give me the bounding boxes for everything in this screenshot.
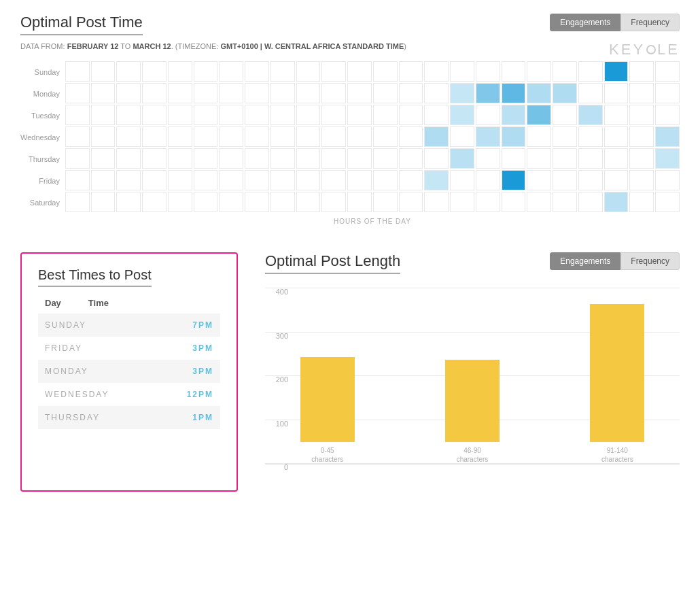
heatmap-cell: [245, 83, 269, 103]
heatmap-cell: [91, 148, 116, 169]
heatmap-cell: [321, 126, 346, 147]
heatmap-cell: [527, 61, 551, 82]
heatmap-cell: [142, 105, 167, 125]
heatmap-cell: [347, 61, 372, 82]
heatmap-cell: [65, 61, 90, 82]
best-times-list: SUNDAY7PMFRIDAY3PMMONDAY3PMWEDNESDAY12PM…: [38, 314, 220, 429]
heatmap-cell: [168, 105, 192, 125]
optimal-length-header: Optimal Post Length Engagements Frequenc…: [265, 252, 680, 274]
heatmap-cell: [527, 192, 551, 212]
heatmap-cell: [321, 61, 346, 82]
chart-area: 4003002001000 0-45characters46-90charact…: [265, 288, 680, 492]
heatmap-cell: [321, 192, 346, 212]
best-times-row: FRIDAY3PM: [38, 337, 220, 360]
bar-wrap: 0-45characters: [265, 357, 389, 464]
heatmap-cell: [553, 61, 577, 82]
heatmap-cell: [219, 105, 243, 125]
heatmap-cell: [604, 170, 629, 190]
heatmap-cell: [194, 148, 218, 169]
data-info-bar: DATA FROM: FEBRUARY 12 TO MARCH 12. (TIM…: [20, 42, 680, 50]
bar-wrap: 46-90characters: [410, 360, 534, 464]
best-times-row: THURSDAY1PM: [38, 406, 220, 429]
heatmap-cell: [399, 61, 423, 82]
heatmap-cell: [502, 170, 526, 190]
heatmap-cell: [502, 61, 526, 82]
heatmap-cell: [245, 192, 269, 212]
heatmap-cell: [65, 105, 90, 125]
heatmap-cell: [476, 83, 500, 103]
top-engagements-btn[interactable]: Engagements: [550, 14, 620, 31]
heatmap-cell: [604, 61, 629, 82]
best-times-time: 1PM: [192, 413, 213, 422]
heatmap-cell: [168, 192, 192, 212]
heatmap-cell: [502, 83, 526, 103]
heatmap-cell: [321, 148, 346, 169]
heatmap-cell: [604, 126, 629, 147]
heatmap-cell: [604, 83, 629, 103]
heatmap-cell: [578, 61, 603, 82]
heatmap-cell: [629, 61, 654, 82]
heatmap-cell: [553, 83, 577, 103]
heatmap-cell: [476, 61, 500, 82]
heatmap-cell: [347, 105, 372, 125]
page-title: Optimal Post Time: [20, 14, 143, 35]
best-times-row: MONDAY3PM: [38, 360, 220, 383]
heatmap-cell: [655, 105, 680, 125]
heatmap-cell: [502, 148, 526, 169]
heatmap-cell: [450, 83, 474, 103]
day-label: Friday: [20, 170, 60, 192]
day-label: Sunday: [20, 61, 60, 83]
best-times-day: FRIDAY: [45, 343, 192, 353]
heatmap-cell: [553, 126, 577, 147]
heatmap-cell: [655, 126, 680, 147]
heatmap-cell: [65, 148, 90, 169]
bar-label: 91-140characters: [601, 446, 633, 464]
heatmap-cell: [655, 148, 680, 169]
best-times-row: WEDNESDAY12PM: [38, 383, 220, 406]
best-times-title: Best Times to Post: [38, 267, 152, 287]
heatmap-cell: [450, 148, 474, 169]
best-times-time: 7PM: [192, 320, 213, 330]
heatmap-cell: [296, 105, 321, 125]
heatmap-cell: [91, 61, 116, 82]
bar-label: 46-90characters: [457, 446, 489, 464]
heatmap-cell: [527, 148, 551, 169]
heatmap-cell: [578, 126, 603, 147]
heatmap-cell: [629, 170, 654, 190]
heatmap-cell: [91, 170, 116, 190]
best-times-time: 3PM: [192, 343, 213, 353]
heatmap-cell: [553, 170, 577, 190]
gridline: [265, 288, 680, 288]
heatmap-cell: [604, 192, 629, 212]
heatmap-cell: [219, 148, 243, 169]
heatmap-cell: [321, 105, 346, 125]
heatmap-cell: [450, 105, 474, 125]
length-engagements-btn[interactable]: Engagements: [550, 252, 620, 270]
heatmap-cell: [194, 192, 218, 212]
keyhole-icon: [646, 45, 656, 54]
heatmap-cell: [245, 105, 269, 125]
length-frequency-btn[interactable]: Frequency: [620, 252, 680, 270]
heatmap-cell: [168, 61, 192, 82]
heatmap-cell: [629, 83, 654, 103]
heatmap-cell: [142, 61, 167, 82]
heatmap-cell: [168, 126, 192, 147]
heatmap-cell: [629, 105, 654, 125]
day-label: Monday: [20, 83, 60, 105]
heatmap-cell: [142, 126, 167, 147]
heatmap-cell: [321, 83, 346, 103]
heatmap-cell: [424, 192, 449, 212]
heatmap-cell: [270, 192, 295, 212]
heatmap-cell: [373, 148, 398, 169]
heatmap-cell: [65, 170, 90, 190]
heatmap-cell: [424, 83, 449, 103]
heatmap-cell: [450, 61, 474, 82]
heatmap-cell: [476, 105, 500, 125]
heatmap-cell: [270, 148, 295, 169]
heatmap-cell: [142, 192, 167, 212]
heatmap-cell: [347, 83, 372, 103]
heatmap-grid: [65, 61, 680, 212]
top-frequency-btn[interactable]: Frequency: [620, 14, 680, 31]
heatmap-cell: [270, 126, 295, 147]
heatmap-cell: [296, 61, 321, 82]
